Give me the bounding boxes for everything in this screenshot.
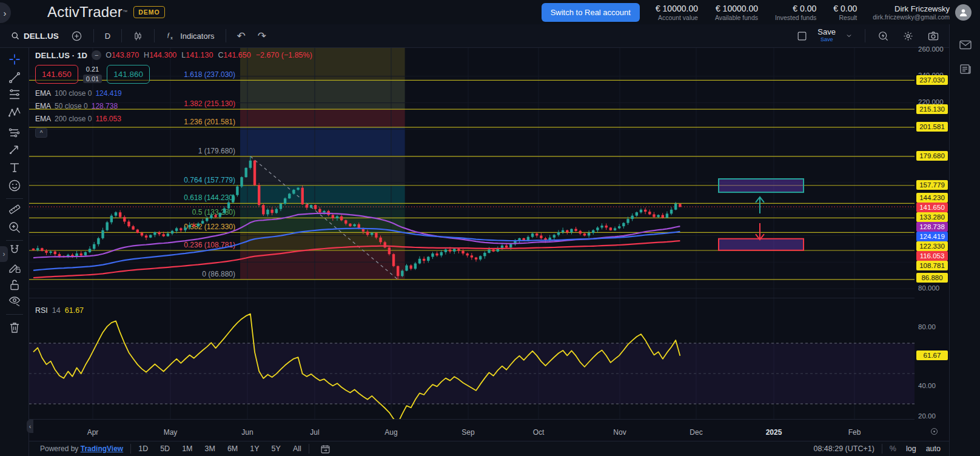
ohlc-field: H144.300	[144, 51, 176, 59]
time-axis-label: Aug	[384, 428, 397, 437]
switch-to-real-button[interactable]: Switch to Real account	[542, 3, 640, 22]
svg-text:0.618 (144.230): 0.618 (144.230)	[184, 193, 235, 202]
time-axis[interactable]: AprMayJunJulAugSepOctNovDec2025Feb	[29, 419, 915, 441]
scale-label: 80.000	[918, 284, 939, 292]
range-button-all[interactable]: All	[293, 444, 301, 453]
indicators-button[interactable]: ƒx Indicators	[162, 28, 218, 44]
rsi-pane-svg[interactable]	[29, 298, 915, 420]
legend-collapse-button[interactable]: ^	[35, 128, 47, 138]
alert-button[interactable]	[874, 28, 893, 44]
magnet-tool-icon[interactable]	[7, 243, 22, 258]
ohlc-field: O143.870	[106, 51, 139, 59]
watchlist-expand-handle[interactable]: ›	[0, 246, 8, 262]
save-label: Save	[817, 29, 836, 36]
screenshot-button[interactable]	[924, 27, 943, 44]
trend-line-tool-icon[interactable]	[7, 70, 22, 85]
stat-label: Invested funds	[775, 14, 816, 21]
range-button-5d[interactable]: 5D	[160, 444, 170, 453]
chevron-down-icon	[845, 32, 853, 39]
hide-symbol-icon[interactable]: −	[92, 50, 101, 60]
rsi-pane[interactable]	[29, 298, 915, 419]
scale-label: 260.000	[918, 45, 944, 53]
range-button-5y[interactable]: 5Y	[272, 444, 281, 453]
layout-button[interactable]	[793, 28, 811, 44]
chart-style-button[interactable]	[129, 29, 147, 44]
range-buttons: 1D5D1M3M6M1Y5YAll	[138, 444, 301, 453]
drawing-lock-tool-icon[interactable]	[7, 260, 22, 275]
rsi-title[interactable]: RSI	[35, 306, 48, 315]
camera-icon	[927, 30, 939, 42]
auto-scale-button[interactable]: auto	[926, 444, 941, 453]
save-button[interactable]: Save Save	[817, 29, 836, 43]
bottom-divider	[882, 444, 882, 454]
ruler-tool-icon[interactable]	[7, 202, 22, 216]
tradingview-link[interactable]: TradingView	[81, 444, 123, 453]
toolbar-group-divider	[6, 240, 23, 241]
symbol-search[interactable]: DELL.US	[7, 29, 62, 43]
fib-retracement-tool-icon[interactable]	[7, 87, 22, 102]
scale-price-badge: 133.280	[916, 212, 948, 222]
trademark: ™	[122, 9, 127, 15]
redo-button[interactable]: ↷	[254, 27, 270, 45]
save-menu-chevron[interactable]	[842, 30, 856, 42]
svg-text:ƒ: ƒ	[167, 32, 170, 38]
emoji-tool-icon[interactable]	[7, 178, 22, 193]
toolbar-divider	[93, 29, 94, 42]
layout-square-icon	[796, 30, 808, 42]
activtrader-app: › ActivTrader™ DEMO Switch to Real accou…	[0, 0, 980, 456]
remove-drawings-tool-icon[interactable]	[7, 320, 22, 335]
avatar[interactable]	[955, 4, 972, 21]
clock-label[interactable]: 08:48:29 (UTC+1)	[813, 444, 874, 453]
rsi-value: 61.67	[65, 306, 84, 315]
settings-button[interactable]	[899, 28, 918, 44]
sell-button[interactable]: 141.650	[35, 65, 78, 84]
svg-text:0.764 (157.779): 0.764 (157.779)	[184, 176, 235, 184]
pane-collapse-handle[interactable]: ‹	[27, 420, 33, 433]
percent-scale-button[interactable]: %	[890, 444, 896, 453]
prediction-tool-icon[interactable]	[7, 125, 22, 139]
xabcd-pattern-tool-icon[interactable]	[7, 106, 22, 120]
goto-date-button[interactable]	[317, 441, 334, 456]
hide-drawings-tool-icon[interactable]	[7, 293, 22, 308]
buy-button[interactable]: 141.860	[107, 65, 150, 84]
scale-reset-icon[interactable]	[930, 427, 939, 438]
range-button-3m[interactable]: 3M	[205, 444, 215, 453]
mail-button[interactable]	[958, 38, 973, 52]
scale-price-badge: 128.738	[916, 222, 948, 232]
timeframe-button[interactable]: D	[101, 29, 114, 43]
range-button-1d[interactable]: 1D	[138, 444, 148, 453]
time-axis-label: Jun	[241, 428, 253, 437]
time-axis-label: 2025	[766, 428, 782, 437]
person-icon	[958, 7, 968, 18]
range-button-6m[interactable]: 6M	[227, 444, 238, 453]
undo-button[interactable]: ↶	[233, 27, 249, 45]
ema-legend-rows: EMA100 close 0124.419EMA50 close 0128.73…	[35, 89, 312, 123]
scale-price-badge: 237.030	[916, 75, 948, 85]
price-scale[interactable]: 260.000240.000220.00080.00080.0040.0020.…	[915, 48, 949, 441]
search-icon	[11, 32, 20, 41]
log-scale-button[interactable]: log	[906, 444, 916, 453]
text-tool-icon[interactable]	[7, 160, 22, 175]
expand-panel-button[interactable]: ›	[0, 2, 11, 23]
scale-price-badge: 86.880	[916, 273, 948, 283]
news-button[interactable]	[958, 62, 973, 76]
crosshair-tool-icon[interactable]	[7, 52, 22, 67]
news-icon	[958, 62, 973, 76]
range-button-1y[interactable]: 1Y	[250, 444, 259, 453]
time-axis-label: Oct	[533, 428, 545, 437]
account-stat: € 0.00Invested funds	[775, 4, 816, 21]
scale-price-badge: 116.053	[916, 251, 948, 261]
legend-symbol-title[interactable]: DELL.US · 1D	[35, 51, 87, 60]
ohlc-field: L141.130	[181, 51, 213, 59]
zoom-in-tool-icon[interactable]	[7, 220, 22, 235]
range-button-1m[interactable]: 1M	[182, 444, 192, 453]
svg-text:1 (179.680): 1 (179.680)	[198, 147, 235, 155]
scale-label: 40.00	[918, 382, 936, 389]
powered-by-label: Powered by TradingView	[40, 444, 123, 453]
stat-value: € 0.00	[833, 4, 857, 13]
arrow-marker-tool-icon[interactable]	[7, 142, 22, 156]
lock-tool-icon[interactable]	[7, 278, 22, 292]
symbol-label: DELL.US	[24, 32, 59, 41]
compare-add-button[interactable]	[67, 28, 86, 44]
save-sub-label: Save	[821, 36, 833, 43]
